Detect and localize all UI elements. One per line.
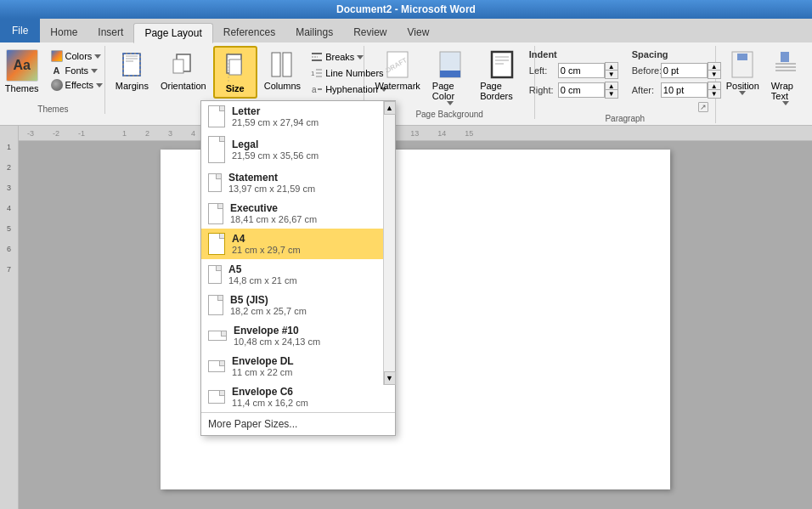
executive-text: Executive 18,41 cm x 26,67 cm — [230, 202, 317, 224]
indent-right-row: Right: 0 cm ▲ ▼ — [529, 82, 618, 99]
size-item-letter[interactable]: Letter 21,59 cm x 27,94 cm — [201, 101, 395, 132]
position-arrow — [739, 91, 746, 95]
tab-file[interactable]: File — [0, 19, 40, 42]
size-item-statement[interactable]: Statement 13,97 cm x 21,59 cm — [201, 167, 395, 198]
paragraph-expand-button[interactable]: ↗ — [698, 102, 708, 112]
spacing-after-input[interactable]: 10 pt — [661, 82, 708, 98]
more-paper-sizes-button[interactable]: More Paper Sizes... — [201, 412, 395, 435]
env10-text: Envelope #10 10,48 cm x 24,13 cm — [234, 325, 320, 347]
effects-button[interactable]: Effects — [48, 78, 106, 92]
size-item-a5[interactable]: A5 14,8 cm x 21 cm — [201, 259, 395, 290]
statement-text: Statement 13,97 cm x 21,59 cm — [228, 172, 315, 194]
tab-review[interactable]: Review — [343, 22, 397, 42]
fonts-button[interactable]: A Fonts — [48, 64, 106, 77]
page-color-button[interactable]: Page Color — [427, 46, 473, 108]
indent-left-up[interactable]: ▲ — [606, 63, 617, 71]
watermark-button[interactable]: DRAFT Watermark — [369, 46, 425, 93]
page-background-label: Page Background — [415, 108, 483, 119]
size-item-legal[interactable]: Legal 21,59 cm x 35,56 cm — [201, 132, 395, 167]
ribbon: File Home Insert Page Layout References … — [0, 19, 812, 126]
themes-button[interactable]: Aa Themes — [0, 46, 44, 97]
paragraph-label: Paragraph — [605, 112, 645, 123]
colors-arrow — [94, 54, 101, 59]
indent-left-down[interactable]: ▼ — [606, 71, 617, 78]
envdl-dims: 11 cm x 22 cm — [232, 367, 294, 377]
env10-page-icon — [208, 331, 227, 341]
a4-page-icon — [208, 233, 225, 255]
letter-page-icon — [208, 105, 225, 127]
left-label: Left: — [529, 65, 555, 76]
envdl-page-icon — [208, 360, 225, 372]
executive-name: Executive — [230, 202, 317, 214]
scroll-down-button[interactable]: ▼ — [384, 371, 396, 385]
indent-right-up[interactable]: ▲ — [606, 82, 617, 90]
effects-arrow — [96, 83, 103, 88]
columns-button[interactable]: Columns — [259, 46, 306, 93]
margins-button[interactable]: Margins — [110, 46, 154, 93]
size-item-envc6[interactable]: Envelope C6 11,4 cm x 16,2 cm — [201, 382, 395, 412]
dropdown-scrollbar: ▲ ▼ — [383, 101, 395, 385]
size-dropdown: Letter 21,59 cm x 27,94 cm Legal 21,59 c… — [200, 100, 396, 436]
tab-mailings[interactable]: Mailings — [285, 22, 343, 42]
title-bar: Document2 - Microsoft Word — [0, 0, 812, 19]
title-text: Document2 - Microsoft Word — [336, 3, 476, 15]
main-area: 1 2 3 4 5 6 7 -3 -2 -1 1 2 3 4 5 6 7 8 9… — [0, 126, 812, 509]
statement-page-icon — [208, 173, 222, 192]
letter-name: Letter — [232, 105, 319, 117]
b5jis-page-icon — [208, 295, 223, 315]
legal-text: Legal 21,59 cm x 35,56 cm — [232, 139, 319, 161]
tab-home[interactable]: Home — [40, 22, 87, 42]
page-borders-button[interactable]: Page Borders — [475, 46, 529, 104]
right-label: Right: — [529, 85, 555, 95]
tab-insert[interactable]: Insert — [87, 22, 133, 42]
before-label: Before: — [632, 65, 657, 76]
svg-rect-10 — [272, 53, 280, 76]
executive-page-icon — [208, 203, 223, 224]
spacing-before-input[interactable]: 0 pt — [661, 63, 708, 78]
themes-label: Themes — [5, 83, 39, 93]
tab-page-layout[interactable]: Page Layout — [133, 23, 212, 43]
spacing-title: Spacing — [632, 49, 721, 59]
size-item-envdl[interactable]: Envelope DL 11 cm x 22 cm — [201, 351, 395, 382]
orientation-button[interactable]: Orientation — [155, 46, 211, 93]
position-label: Position — [726, 81, 759, 91]
arrange-group: Position Wrap Text — [716, 46, 810, 114]
a4-name: A4 — [232, 233, 301, 245]
wrap-text-button[interactable]: Wrap Text — [766, 46, 805, 108]
indent-right-spinners: ▲ ▼ — [605, 82, 618, 99]
size-item-executive[interactable]: Executive 18,41 cm x 26,67 cm — [201, 198, 395, 229]
a4-text: A4 21 cm x 29,7 cm — [232, 233, 301, 255]
scroll-up-button[interactable]: ▲ — [384, 101, 396, 115]
envc6-page-icon — [208, 390, 225, 404]
indent-left-input[interactable]: 0 cm — [558, 63, 605, 78]
statement-dims: 13,97 cm x 21,59 cm — [228, 184, 315, 194]
size-item-a4[interactable]: A4 21 cm x 29,7 cm — [201, 229, 395, 259]
svg-rect-30 — [737, 54, 747, 60]
colors-button[interactable]: Colors — [48, 49, 106, 63]
svg-text:a: a — [312, 85, 317, 94]
svg-rect-25 — [492, 52, 512, 77]
svg-rect-11 — [283, 53, 291, 76]
indent-right-down[interactable]: ▼ — [606, 90, 617, 98]
scroll-track — [384, 115, 395, 371]
tab-view[interactable]: View — [398, 22, 440, 42]
after-label: After: — [632, 85, 657, 95]
page-color-arrow — [447, 101, 454, 105]
themes-group-label: Themes — [37, 103, 68, 114]
tab-references[interactable]: References — [213, 22, 285, 42]
svg-rect-8 — [229, 59, 241, 75]
svg-rect-14 — [312, 59, 322, 61]
svg-rect-24 — [440, 71, 460, 77]
fonts-label: Fonts — [65, 65, 89, 76]
svg-text:1: 1 — [311, 70, 315, 77]
fonts-arrow — [91, 69, 98, 73]
position-button[interactable]: Position — [721, 46, 764, 98]
size-item-env10[interactable]: Envelope #10 10,48 cm x 24,13 cm — [201, 320, 395, 351]
legal-page-icon — [208, 136, 225, 163]
size-button[interactable]: Size — [213, 46, 257, 99]
indent-right-input[interactable]: 0 cm — [558, 82, 605, 98]
breaks-arrow — [357, 55, 364, 59]
size-item-b5jis[interactable]: B5 (JIS) 18,2 cm x 25,7 cm — [201, 290, 395, 320]
breaks-label: Breaks — [325, 52, 354, 62]
indent-left-row: Left: 0 cm ▲ ▼ — [529, 62, 618, 79]
